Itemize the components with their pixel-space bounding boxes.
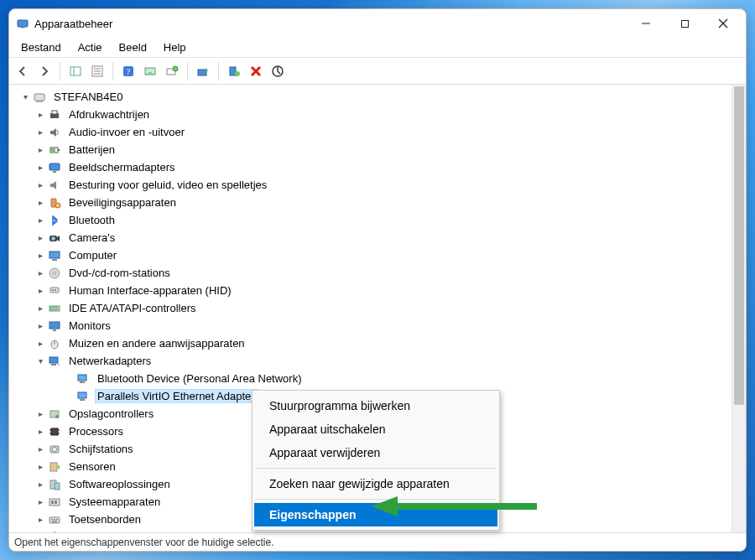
tree-node-label[interactable]: Computer bbox=[66, 248, 119, 262]
tree-node-cam[interactable]: Camera's bbox=[16, 229, 732, 246]
expand-icon[interactable] bbox=[34, 320, 46, 332]
expand-icon[interactable] bbox=[34, 109, 46, 121]
tree-node-label[interactable]: Bluetooth bbox=[66, 213, 117, 227]
vertical-scrollbar[interactable] bbox=[732, 85, 746, 532]
menu-view[interactable]: Beeld bbox=[111, 39, 155, 55]
tree-node-mouse[interactable]: Muizen en andere aanwijsapparaten bbox=[16, 334, 732, 352]
bt-icon bbox=[48, 214, 61, 227]
tree-node-hid[interactable]: Human Interface-apparaten (HID) bbox=[16, 282, 732, 299]
tree-node-label[interactable]: Batterijen bbox=[66, 143, 117, 157]
scrollbar-thumb[interactable] bbox=[734, 86, 744, 405]
help-button[interactable]: ? bbox=[118, 61, 138, 81]
maximize-button[interactable] bbox=[665, 11, 704, 36]
tree-node-label[interactable]: Muizen en andere aanwijsapparaten bbox=[66, 336, 247, 350]
tree-node-label[interactable]: Beeldschermadapters bbox=[66, 160, 177, 174]
tree-node-dvd[interactable]: Dvd-/cd-rom-stations bbox=[16, 264, 732, 282]
tree-node-sndctrl[interactable]: Besturing voor geluid, video en spelletj… bbox=[16, 176, 732, 194]
tree-node-bt[interactable]: Bluetooth bbox=[16, 211, 732, 229]
expand-icon[interactable] bbox=[34, 285, 46, 297]
tree-node-label[interactable]: Besturing voor geluid, video en spelletj… bbox=[66, 178, 269, 192]
enable-device-button[interactable] bbox=[224, 61, 244, 81]
tree-node-label[interactable]: Human Interface-apparaten (HID) bbox=[66, 283, 234, 298]
ctx-disable-device[interactable]: Apparaat uitschakelen bbox=[254, 417, 497, 441]
tree-node-ide[interactable]: IDE ATA/ATAPI-controllers bbox=[16, 299, 732, 317]
tree-node-btpan[interactable]: Bluetooth Device (Personal Area Network) bbox=[16, 370, 732, 387]
tree-node-label[interactable]: Camera's bbox=[66, 231, 117, 245]
tree-node-label[interactable]: Beveiligingsapparaten bbox=[66, 195, 179, 210]
expand-icon[interactable] bbox=[34, 179, 46, 191]
ctx-update-driver[interactable]: Stuurprogramma bijwerken bbox=[254, 394, 497, 417]
expand-icon[interactable] bbox=[34, 127, 46, 138]
tree-node-audio[interactable]: Audio-invoer en -uitvoer bbox=[16, 123, 732, 141]
expand-icon[interactable] bbox=[34, 232, 46, 244]
close-button[interactable] bbox=[704, 11, 742, 36]
expand-icon[interactable] bbox=[34, 496, 46, 508]
tree-node-label[interactable]: Universal Serial Bus-controllers bbox=[66, 530, 223, 532]
expand-icon[interactable] bbox=[34, 250, 46, 262]
back-button[interactable] bbox=[13, 61, 33, 81]
tree-node-label[interactable]: Afdrukwachtrijen bbox=[66, 107, 152, 122]
svg-rect-41 bbox=[52, 289, 54, 291]
uninstall-device-button[interactable] bbox=[246, 61, 266, 81]
tree-node-label[interactable]: STEFANB4E0 bbox=[51, 90, 125, 104]
svg-rect-29 bbox=[51, 148, 55, 152]
svg-rect-76 bbox=[56, 519, 58, 521]
tree-node-label[interactable]: Opslagcontrollers bbox=[66, 407, 156, 421]
expand-icon[interactable] bbox=[34, 144, 46, 156]
collapse-icon[interactable] bbox=[34, 355, 46, 367]
tree-node-display[interactable]: Beeldschermadapters bbox=[16, 158, 732, 176]
tree-node-label[interactable]: Softwareoplossingen bbox=[66, 477, 173, 491]
expand-icon[interactable] bbox=[34, 426, 46, 438]
tree-node-label[interactable]: Bluetooth Device (Personal Area Network) bbox=[95, 371, 305, 386]
ctx-properties[interactable]: Eigenschappen bbox=[254, 503, 497, 526]
scan-hardware-button[interactable] bbox=[140, 61, 160, 81]
tree-node-label[interactable]: Dvd-/cd-rom-stations bbox=[66, 266, 173, 280]
tree-node-label[interactable]: Sensoren bbox=[66, 459, 118, 474]
properties-button[interactable] bbox=[87, 61, 107, 81]
tree-node-label[interactable]: Netwerkadapters bbox=[66, 354, 154, 368]
collapse-icon[interactable] bbox=[19, 91, 31, 103]
tree-node-label[interactable]: Parallels VirtIO Ethernet Adapter bbox=[95, 389, 258, 403]
ctx-scan-changes[interactable]: Zoeken naar gewijzigde apparaten bbox=[254, 472, 497, 495]
tree-node-label[interactable]: Audio-invoer en -uitvoer bbox=[66, 125, 187, 139]
expand-icon[interactable] bbox=[34, 338, 46, 350]
tree-node-label[interactable]: Systeemapparaten bbox=[66, 495, 163, 509]
tree-node-label[interactable]: Monitors bbox=[66, 319, 113, 333]
expand-icon[interactable] bbox=[34, 443, 46, 455]
forward-button[interactable] bbox=[34, 61, 55, 81]
tree-node-mon[interactable]: Monitors bbox=[16, 317, 732, 334]
tree-node-label[interactable]: Toetsenborden bbox=[66, 512, 143, 526]
menu-help[interactable]: Help bbox=[155, 39, 195, 55]
expand-icon[interactable] bbox=[34, 408, 46, 420]
ctx-uninstall-device[interactable]: Apparaat verwijderen bbox=[254, 441, 497, 464]
update-driver-button[interactable] bbox=[193, 61, 213, 81]
titlebar[interactable]: Apparaatbeheer bbox=[9, 9, 746, 38]
menu-action[interactable]: Actie bbox=[70, 39, 111, 55]
tree-node-net[interactable]: Netwerkadapters bbox=[16, 352, 732, 370]
expand-icon[interactable] bbox=[34, 514, 46, 526]
expand-icon[interactable] bbox=[34, 531, 46, 533]
expand-icon[interactable] bbox=[34, 197, 46, 209]
show-hide-tree-button[interactable] bbox=[65, 61, 86, 81]
expand-icon[interactable] bbox=[34, 215, 46, 226]
tree-node-comp[interactable]: Computer bbox=[16, 246, 732, 264]
minimize-button[interactable] bbox=[627, 11, 665, 36]
add-legacy-button[interactable] bbox=[162, 61, 182, 81]
svg-rect-54 bbox=[80, 381, 85, 383]
tree-node-label[interactable]: Processors bbox=[66, 424, 126, 438]
tree-node-root[interactable]: STEFANB4E0 bbox=[16, 88, 732, 106]
svg-rect-37 bbox=[52, 259, 57, 261]
expand-icon[interactable] bbox=[34, 267, 46, 279]
tree-node-print[interactable]: Afdrukwachtrijen bbox=[16, 106, 732, 123]
svg-rect-66 bbox=[50, 463, 57, 471]
tree-node-batt[interactable]: Batterijen bbox=[16, 141, 732, 158]
tree-node-label[interactable]: Schijfstations bbox=[66, 442, 136, 456]
expand-icon[interactable] bbox=[34, 461, 46, 473]
tree-node-sec[interactable]: Beveiligingsapparaten bbox=[16, 194, 732, 211]
disable-device-button[interactable] bbox=[268, 61, 288, 81]
tree-node-label[interactable]: IDE ATA/ATAPI-controllers bbox=[66, 301, 198, 315]
menu-file[interactable]: Bestand bbox=[13, 39, 70, 55]
expand-icon[interactable] bbox=[34, 479, 46, 490]
expand-icon[interactable] bbox=[34, 303, 46, 314]
expand-icon[interactable] bbox=[34, 162, 46, 174]
